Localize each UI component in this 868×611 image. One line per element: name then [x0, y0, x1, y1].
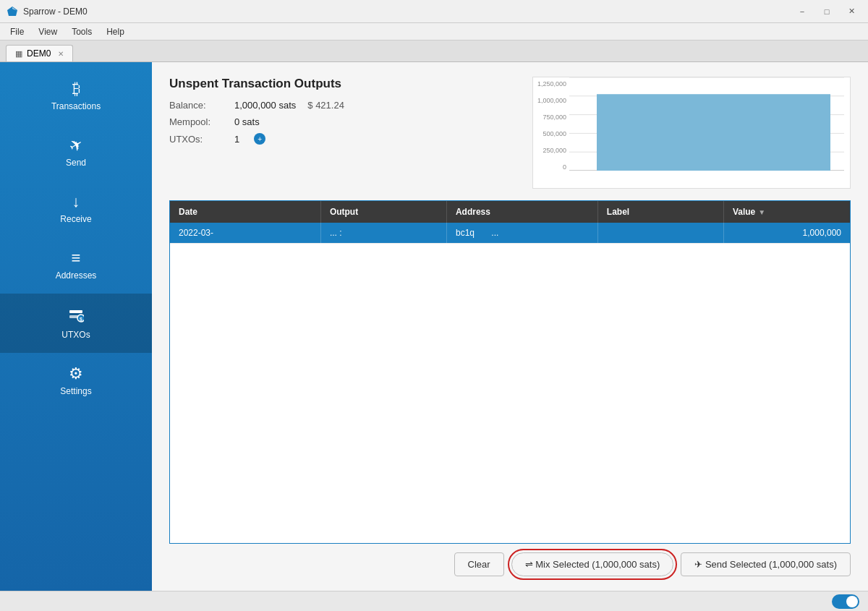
y-label-4: 1,000,000 [537, 97, 566, 104]
status-bar [0, 591, 868, 611]
utxo-header: Unspent Transaction Outputs Balance: 1,0… [169, 77, 851, 189]
utxos-row: UTXOs: 1 + [169, 133, 344, 145]
balance-row: Balance: 1,000,000 sats $ 421.24 [169, 100, 344, 111]
balance-usd: $ 421.24 [307, 100, 344, 111]
cell-output: ... : [321, 223, 447, 243]
tab-demo0[interactable]: ▦ DEM0 ✕ [6, 45, 73, 61]
chart-y-axis: 1,250,000 1,000,000 750,000 500,000 250,… [533, 77, 569, 171]
cell-value: 1,000,000 [724, 223, 850, 243]
tab-bar: ▦ DEM0 ✕ [0, 40, 868, 62]
window-controls: − □ ✕ [791, 4, 862, 20]
utxos-count-label: UTXOs: [169, 134, 234, 145]
chart-svg [569, 77, 844, 171]
sidebar-item-send[interactable]: ✈ Send [0, 124, 152, 181]
tab-wallet-icon: ▦ [15, 49, 22, 59]
menu-view[interactable]: View [31, 25, 64, 38]
toggle-switch[interactable] [832, 594, 859, 609]
y-label-3: 750,000 [542, 114, 566, 121]
table-row[interactable]: 2022-03- ... : bc1q ... 1,000,000 [170, 223, 850, 244]
addresses-icon: ≡ [72, 250, 81, 266]
balance-label: Balance: [169, 100, 234, 111]
send-label: Send [66, 158, 86, 168]
y-label-0: 0 [563, 163, 566, 171]
utxos-icon: $ [68, 307, 84, 325]
cell-label [598, 223, 724, 243]
maximize-button[interactable]: □ [816, 4, 838, 20]
menu-file[interactable]: File [3, 25, 31, 38]
header-label[interactable]: Label [598, 201, 724, 223]
sidebar-item-addresses[interactable]: ≡ Addresses [0, 237, 152, 294]
svg-rect-2 [69, 310, 82, 313]
sidebar-item-settings[interactable]: ⚙ Settings [0, 353, 152, 409]
receive-icon: ↓ [72, 194, 80, 210]
settings-icon: ⚙ [69, 366, 83, 382]
y-label-2: 500,000 [542, 130, 566, 137]
header-address[interactable]: Address [447, 201, 598, 223]
menu-tools[interactable]: Tools [64, 25, 99, 38]
clear-button[interactable]: Clear [454, 552, 504, 576]
header-label-label: Label [607, 207, 629, 217]
table-body: 2022-03- ... : bc1q ... 1,000,000 [170, 223, 850, 543]
send-icon: ✈ [67, 135, 86, 155]
app-icon [6, 5, 19, 18]
utxo-table: Date Output Address Label Value ▼ 20 [169, 200, 851, 544]
header-output-label: Output [330, 207, 358, 217]
toggle-knob [846, 596, 858, 607]
utxos-count: 1 [234, 134, 239, 145]
title-bar: Sparrow - DEM0 − □ ✕ [0, 0, 868, 23]
table-header: Date Output Address Label Value ▼ [170, 201, 850, 223]
svg-rect-11 [597, 94, 830, 171]
svg-text:$: $ [80, 317, 82, 322]
utxo-chart: 1,250,000 1,000,000 750,000 500,000 250,… [532, 77, 851, 189]
settings-label: Settings [60, 386, 91, 396]
transactions-label: Transactions [51, 101, 101, 111]
y-label-5: 1,250,000 [537, 80, 566, 87]
addresses-label: Addresses [56, 270, 97, 281]
window-title: Sparrow - DEM0 [23, 7, 791, 17]
balance-sats: 1,000,000 sats [234, 100, 296, 111]
header-value[interactable]: Value ▼ [724, 201, 850, 223]
sidebar-item-transactions[interactable]: ₿ Transactions [0, 68, 152, 124]
cell-date: 2022-03- [170, 223, 321, 243]
sidebar-item-utxos[interactable]: $ UTXOs [0, 294, 152, 353]
content-area: Unspent Transaction Outputs Balance: 1,0… [152, 62, 868, 591]
utxos-info-icon[interactable]: + [254, 133, 265, 145]
page-title: Unspent Transaction Outputs [169, 77, 344, 91]
tab-label: DEM0 [27, 48, 51, 59]
y-label-1: 250,000 [542, 147, 566, 154]
receive-label: Receive [60, 214, 91, 224]
mix-selected-button[interactable]: ⇌ Mix Selected (1,000,000 sats) [511, 552, 674, 576]
header-date-label: Date [179, 207, 197, 217]
menu-bar: File View Tools Help [0, 23, 868, 40]
minimize-button[interactable]: − [791, 4, 813, 20]
mempool-value: 0 sats [234, 116, 260, 127]
mempool-label: Mempool: [169, 116, 234, 127]
bottom-bar: Clear ⇌ Mix Selected (1,000,000 sats) ✈ … [169, 544, 851, 579]
menu-help[interactable]: Help [99, 25, 132, 38]
header-value-label: Value [733, 207, 755, 217]
sidebar-item-receive[interactable]: ↓ Receive [0, 181, 152, 237]
utxo-info: Unspent Transaction Outputs Balance: 1,0… [169, 77, 344, 150]
header-output[interactable]: Output [321, 201, 447, 223]
cell-address: bc1q ... [447, 223, 598, 243]
sidebar: ₿ Transactions ✈ Send ↓ Receive ≡ Addres… [0, 62, 152, 591]
app-body: ₿ Transactions ✈ Send ↓ Receive ≡ Addres… [0, 62, 868, 591]
header-address-label: Address [456, 207, 490, 217]
close-button[interactable]: ✕ [841, 4, 862, 20]
header-date[interactable]: Date [170, 201, 321, 223]
sort-desc-icon: ▼ [758, 208, 765, 216]
tab-close-icon[interactable]: ✕ [58, 50, 64, 58]
mempool-row: Mempool: 0 sats [169, 116, 344, 127]
bitcoin-icon: ₿ [72, 81, 80, 97]
send-selected-button[interactable]: ✈ Send Selected (1,000,000 sats) [681, 552, 851, 576]
utxos-label: UTXOs [61, 330, 90, 340]
